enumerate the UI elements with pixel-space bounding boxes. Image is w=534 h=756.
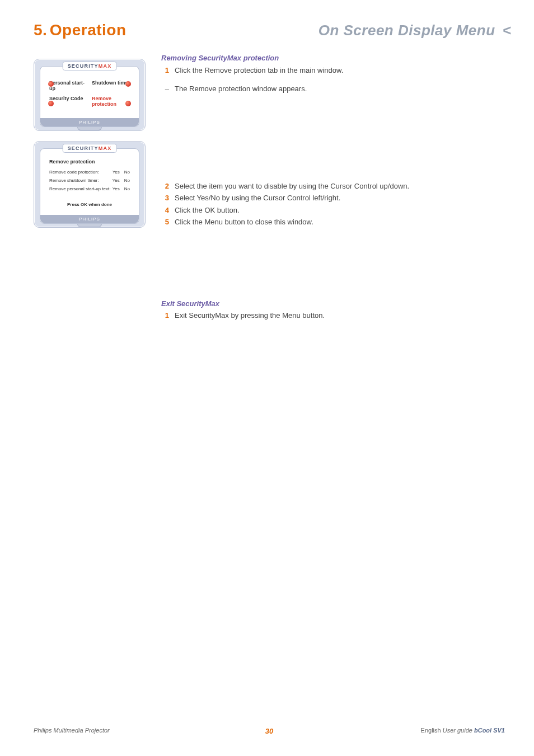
page-header: 5. Operation On Screen Display Menu < (34, 21, 512, 39)
option-row: Remove personal start-up text: YesNo (46, 185, 133, 193)
footer-model: bCool SV1 (474, 727, 505, 734)
step-text: Select Yes/No by using the Cursor Contro… (175, 192, 340, 204)
remove-protection-panel: SECURITYMAX Remove protection Remove cod… (34, 141, 146, 228)
main-menu-grid: Personal start-up Shutdown timer Securit… (46, 77, 133, 112)
ok-hint: Press OK when done (46, 193, 133, 209)
spacer (161, 236, 505, 297)
menu-item-remove-protection: Remove protection (92, 96, 130, 107)
panel-inner: SECURITYMAX Remove protection Remove cod… (40, 148, 139, 224)
step-item: 1Exit SecurityMax by pressing the Menu b… (161, 310, 505, 321)
no-label: No (124, 170, 130, 175)
step-number: 5 (161, 217, 169, 228)
dash-icon: – (161, 83, 169, 95)
illustration-column: SECURITYMAX Personal start-up Shutdown t… (34, 59, 146, 238)
step-sub-text: The Remove protection window appears. (175, 83, 307, 95)
footer-left: Philips Multimedia Projector (34, 727, 110, 734)
logo-suffix: MAX (99, 63, 112, 69)
yes-label: Yes (113, 178, 120, 183)
steps-list: 1 Click the Remove protection tab in the… (161, 65, 505, 76)
option-label: Remove shutdown timer: (49, 178, 99, 183)
option-row: Remove shutdown timer: YesNo (46, 176, 133, 185)
footer-right: English User guide bCool SV1 (421, 727, 505, 734)
page-footer: Philips Multimedia Projector 30 English … (34, 727, 505, 734)
step-number: 1 (161, 310, 169, 321)
securitymax-logo: SECURITYMAX (63, 62, 117, 71)
step-number: 4 (161, 205, 169, 216)
securitymax-main-panel: SECURITYMAX Personal start-up Shutdown t… (34, 59, 146, 131)
section-number: 5. (34, 21, 47, 39)
panel-tab-icon (77, 126, 102, 130)
no-label: No (124, 178, 130, 183)
breadcrumb-text: On Screen Display Menu (318, 22, 495, 39)
page-number: 30 (265, 727, 273, 735)
panel-inner: SECURITYMAX Personal start-up Shutdown t… (40, 66, 139, 127)
no-label: No (124, 186, 130, 191)
menu-item-personal-startup: Personal start-up (49, 80, 87, 91)
corner-dot-icon (48, 81, 54, 87)
spacer (161, 96, 505, 180)
step-text: Click the Menu button to close this wind… (175, 217, 313, 228)
section-title: Operation (50, 21, 127, 39)
menu-item-shutdown-timer: Shutdown timer (92, 80, 130, 91)
footer-language: English (421, 727, 441, 734)
step-text: Select the item you want to disable by u… (175, 181, 409, 192)
corner-dot-icon (125, 101, 131, 106)
menu-item-security-code: Security Code (49, 96, 87, 107)
subsection-title: Removing SecurityMax protection (161, 53, 505, 64)
option-label: Remove code protection: (49, 170, 99, 175)
step-item: 1 Click the Remove protection tab in the… (161, 65, 505, 76)
subsection-title: Exit SecurityMax (161, 298, 505, 309)
steps-list: 1Exit SecurityMax by pressing the Menu b… (161, 310, 505, 321)
corner-dot-icon (125, 81, 131, 87)
step-text: Click the Remove protection tab in the m… (175, 65, 343, 76)
chevron-left-icon: < (499, 22, 512, 39)
step-number: 1 (161, 65, 169, 76)
step-text: Click the OK button. (175, 205, 240, 216)
breadcrumb: On Screen Display Menu < (318, 22, 512, 39)
option-label: Remove personal start-up text: (49, 186, 110, 191)
logo-suffix: MAX (99, 145, 112, 151)
step-item: 4Click the OK button. (161, 205, 505, 216)
step-item: 2Select the item you want to disable by … (161, 181, 505, 192)
panel-title: Remove protection (46, 159, 133, 168)
step-item: 3Select Yes/No by using the Cursor Contr… (161, 192, 505, 204)
step-text: Exit SecurityMax by pressing the Menu bu… (175, 310, 325, 321)
content-column: Removing SecurityMax protection 1 Click … (161, 51, 505, 329)
brand-bar: PHILIPS (40, 118, 139, 126)
securitymax-logo: SECURITYMAX (63, 144, 117, 153)
steps-list: 2Select the item you want to disable by … (161, 181, 505, 228)
step-number: 2 (161, 181, 169, 192)
section-heading: 5. Operation (34, 21, 127, 39)
logo-prefix: SECURITY (68, 63, 99, 69)
brand-bar: PHILIPS (40, 215, 139, 223)
panel-tab-icon (77, 223, 102, 227)
footer-guide: User guide (443, 727, 472, 734)
option-row: Remove code protection: YesNo (46, 168, 133, 176)
step-number: 3 (161, 192, 169, 204)
yes-label: Yes (113, 170, 120, 175)
logo-prefix: SECURITY (68, 145, 99, 151)
step-sub-item: – The Remove protection window appears. (161, 83, 505, 95)
corner-dot-icon (48, 101, 54, 106)
step-item: 5Click the Menu button to close this win… (161, 217, 505, 228)
yes-label: Yes (113, 186, 120, 191)
